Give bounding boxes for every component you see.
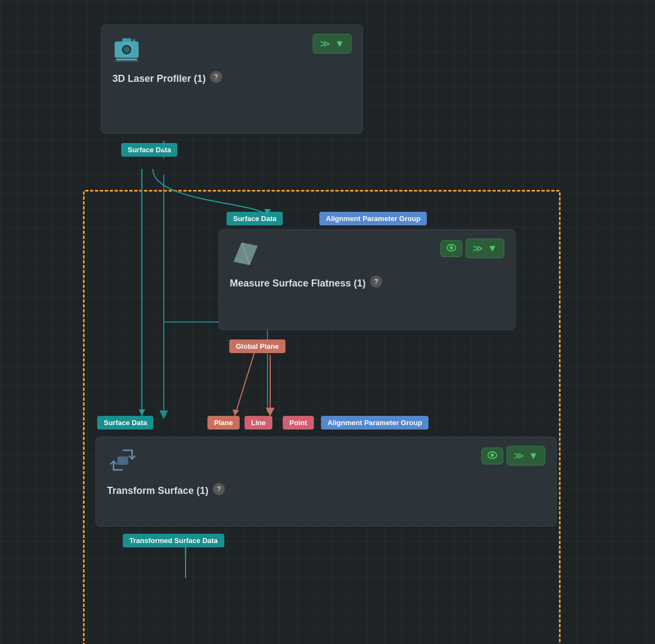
download-icon[interactable]: ▼	[335, 38, 344, 50]
measure-flatness-alignment-port[interactable]: Alignment Parameter Group	[319, 212, 427, 225]
transform-action-buttons[interactable]: ≫ ▼	[507, 446, 545, 466]
svg-rect-5	[132, 39, 135, 42]
transform-point-port[interactable]: Point	[283, 416, 314, 430]
measure-flatness-node[interactable]: ≫ ▼ Measure Surface Flatness (1) ?	[218, 229, 516, 330]
transform-surface-help[interactable]: ?	[213, 483, 225, 495]
surface-data-port-out[interactable]: Surface Data	[121, 143, 177, 157]
laser-profiler-help[interactable]: ?	[210, 71, 222, 83]
eye-button-flatness[interactable]	[440, 240, 462, 257]
transform-surface-node[interactable]: ≫ ▼ Transform Surface (1) ?	[96, 437, 557, 527]
global-plane-port[interactable]: Global Plane	[229, 339, 285, 353]
transform-plane-port[interactable]: Plane	[207, 416, 240, 430]
transform-line-port[interactable]: Line	[245, 416, 272, 430]
svg-point-9	[450, 246, 453, 249]
chevron-down-icon-flatness[interactable]: ≫	[473, 242, 483, 254]
transform-surface-title: Transform Surface (1)	[107, 485, 209, 497]
chevron-down-icon-transform[interactable]: ≫	[514, 450, 524, 462]
download-icon-transform[interactable]: ▼	[528, 450, 538, 462]
download-icon-flatness[interactable]: ▼	[487, 243, 497, 254]
svg-marker-20	[139, 409, 145, 416]
measure-flatness-help[interactable]: ?	[370, 276, 382, 288]
eye-button-transform[interactable]	[481, 448, 503, 464]
measure-flatness-surface-data-port[interactable]: Surface Data	[227, 212, 283, 225]
transformed-surface-data-port[interactable]: Transformed Surface Data	[123, 534, 224, 547]
transform-icon	[107, 446, 139, 474]
camera-icon	[112, 34, 141, 62]
svg-rect-4	[122, 38, 131, 43]
svg-point-3	[123, 46, 130, 53]
flatness-icon	[230, 238, 261, 267]
chevron-down-icon[interactable]: ≫	[320, 38, 330, 50]
transform-alignment-port[interactable]: Alignment Parameter Group	[321, 416, 428, 430]
laser-profiler-node[interactable]: ≫ ▼ 3D Laser Profiler (1) ?	[101, 25, 363, 134]
transform-surface-data-port[interactable]: Surface Data	[97, 416, 153, 430]
measure-flatness-title: Measure Surface Flatness (1)	[230, 278, 366, 289]
node-action-buttons[interactable]: ≫ ▼	[313, 34, 352, 53]
svg-rect-10	[118, 457, 128, 464]
svg-point-17	[491, 454, 494, 457]
flatness-action-buttons[interactable]: ≫ ▼	[466, 238, 504, 258]
laser-profiler-title: 3D Laser Profiler (1)	[112, 73, 206, 85]
svg-marker-21	[233, 409, 239, 416]
